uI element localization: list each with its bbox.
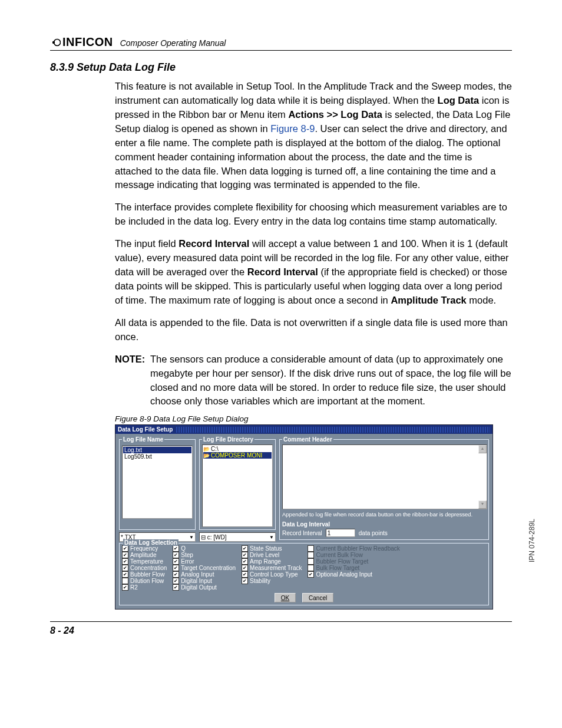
checkbox-icon: ✔ bbox=[173, 584, 179, 591]
group-log-file-directory: Log File Directory C:\ COMPOSER MONI bbox=[199, 436, 276, 530]
checkbox-icon bbox=[122, 578, 128, 584]
checkbox-dilution-flow[interactable]: Dilution Flow bbox=[122, 578, 167, 584]
note-label: NOTE: bbox=[115, 353, 150, 409]
group-data-log-selection: Data Log Selection ✔Frequency✔Amplitude✔… bbox=[119, 543, 489, 605]
checkbox-concentration[interactable]: ✔Concentration bbox=[122, 565, 167, 571]
figure-caption: Figure 8-9 Data Log File Setup Dialog bbox=[115, 414, 512, 423]
side-ipn: IPN 074-289L bbox=[528, 519, 536, 562]
checkbox-label: Error bbox=[181, 558, 194, 565]
checkbox-label: Bubbler Flow bbox=[130, 571, 164, 578]
drive-dropdown[interactable]: ⊟ c: [WD]▼ bbox=[199, 532, 276, 542]
checkbox-q[interactable]: ✔Q bbox=[173, 545, 236, 552]
para-3: The input field Record Interval will acc… bbox=[115, 237, 512, 308]
scroll-up-button[interactable]: ▲ bbox=[478, 445, 487, 453]
dir-item[interactable]: C:\ bbox=[203, 446, 272, 452]
page-header: INFICON Composer Operating Manual bbox=[50, 35, 512, 51]
chevron-down-icon: ▼ bbox=[189, 535, 194, 540]
checkbox-label: Amplitude bbox=[130, 552, 156, 558]
file-item[interactable]: Log509.txt bbox=[123, 453, 191, 460]
checkbox-icon: ✔ bbox=[242, 558, 248, 565]
directory-list[interactable]: C:\ COMPOSER MONI bbox=[202, 444, 273, 527]
checkbox-label: Analog Input bbox=[181, 571, 214, 578]
checkbox-bubbler-flow-target[interactable]: Bubbler Flow Target bbox=[308, 558, 486, 565]
checkbox-stability[interactable]: ✔Stability bbox=[242, 578, 302, 584]
checkbox-error[interactable]: ✔Error bbox=[173, 558, 236, 565]
checkbox-digital-output[interactable]: ✔Digital Output bbox=[173, 584, 236, 591]
checkbox-r2[interactable]: ✔R2 bbox=[122, 584, 167, 591]
checkbox-digital-input[interactable]: ✔Digital Input bbox=[173, 578, 236, 584]
checkbox-control-loop-type[interactable]: ✔Control Loop Type bbox=[242, 571, 302, 578]
checks-col-2: ✔Q✔Step✔Error✔Target Concentration✔Analo… bbox=[173, 545, 236, 591]
checkbox-label: Digital Output bbox=[181, 584, 217, 591]
scroll-down-button[interactable]: ▼ bbox=[478, 500, 487, 509]
checks-col-1: ✔Frequency✔Amplitude✔Temperature✔Concent… bbox=[122, 545, 167, 591]
checkbox-bubbler-flow[interactable]: ✔Bubbler Flow bbox=[122, 571, 167, 578]
checkbox-icon: ✔ bbox=[173, 578, 179, 584]
group-log-file-name: Log File Name Log.txt Log509.txt bbox=[119, 436, 196, 530]
checkbox-icon: ✔ bbox=[308, 571, 314, 578]
dir-item-selected[interactable]: COMPOSER MONI bbox=[203, 452, 272, 459]
checks-col-3: ✔State Status✔Drive Level✔Amp Range✔Meas… bbox=[242, 545, 302, 591]
checkbox-icon bbox=[308, 545, 314, 552]
comment-textarea[interactable]: ▲ ▼ bbox=[282, 444, 487, 509]
checkbox-label: Optional Analog Input bbox=[316, 571, 372, 578]
checkbox-analog-input[interactable]: ✔Analog Input bbox=[173, 571, 236, 578]
record-interval-input[interactable] bbox=[326, 529, 355, 537]
para-4: All data is appended to the file. Data i… bbox=[115, 316, 512, 344]
checkbox-label: Drive Level bbox=[250, 552, 279, 558]
checkbox-target-concentration[interactable]: ✔Target Concentration bbox=[173, 565, 236, 571]
dialog-title: Data Log File Setup bbox=[118, 426, 173, 433]
checkbox-label: Stability bbox=[250, 578, 270, 584]
para-1: This feature is not available in Setup T… bbox=[115, 80, 512, 192]
file-list[interactable]: Log.txt Log509.txt bbox=[122, 446, 193, 519]
checkbox-temperature[interactable]: ✔Temperature bbox=[122, 558, 167, 565]
checkbox-icon: ✔ bbox=[122, 584, 128, 591]
checkbox-current-bulk-flow[interactable]: Current Bulk Flow bbox=[308, 552, 486, 558]
checkbox-icon: ✔ bbox=[122, 565, 128, 571]
checkbox-measurement-track[interactable]: ✔Measurement Track bbox=[242, 565, 302, 571]
checkbox-icon: ✔ bbox=[173, 552, 179, 558]
para-2: The interface provides complete flexibil… bbox=[115, 200, 512, 229]
checkbox-label: Digital Input bbox=[181, 578, 212, 584]
checkbox-optional-analog-input[interactable]: ✔Optional Analog Input bbox=[308, 571, 486, 578]
cancel-button[interactable]: Cancel bbox=[302, 593, 333, 602]
checkbox-label: Bubbler Flow Target bbox=[316, 558, 368, 565]
checkbox-icon: ✔ bbox=[242, 552, 248, 558]
checkbox-icon: ✔ bbox=[242, 578, 248, 584]
checkbox-label: Frequency bbox=[130, 545, 158, 552]
group-comment-header: Comment Header ▲ ▼ Appended to log file … bbox=[279, 436, 489, 540]
page-number: 8 - 24 bbox=[50, 621, 512, 636]
note: NOTE: The sensors can produce a consider… bbox=[115, 353, 512, 409]
checkbox-icon: ✔ bbox=[122, 558, 128, 565]
checkbox-label: R2 bbox=[130, 584, 138, 591]
checkbox-label: Q bbox=[181, 545, 186, 552]
logo-icon bbox=[50, 37, 61, 48]
dialog-data-log-file-setup: Data Log File Setup Log File Name Log.tx… bbox=[115, 424, 493, 610]
checkbox-icon bbox=[308, 565, 314, 571]
checkbox-state-status[interactable]: ✔State Status bbox=[242, 545, 302, 552]
checkbox-drive-level[interactable]: ✔Drive Level bbox=[242, 552, 302, 558]
checkbox-icon: ✔ bbox=[242, 565, 248, 571]
manual-title: Composer Operating Manual bbox=[120, 38, 226, 48]
checkbox-label: Control Loop Type bbox=[250, 571, 298, 578]
data-log-interval-label: Data Log Interval bbox=[282, 521, 486, 528]
section-heading: 8.3.9 Setup Data Log File bbox=[50, 61, 512, 74]
checkbox-icon bbox=[308, 552, 314, 558]
file-item-selected[interactable]: Log.txt bbox=[123, 447, 191, 453]
checkbox-current-bubbler-flow-readback[interactable]: Current Bubbler Flow Readback bbox=[308, 545, 486, 552]
checkbox-amplitude[interactable]: ✔Amplitude bbox=[122, 552, 167, 558]
log-file-name-label: Log File Name bbox=[122, 436, 164, 443]
figure-link[interactable]: Figure 8-9 bbox=[270, 123, 315, 134]
ok-button[interactable]: OK bbox=[275, 593, 296, 602]
checkbox-bulk-flow-target[interactable]: Bulk Flow Target bbox=[308, 565, 486, 571]
checkbox-frequency[interactable]: ✔Frequency bbox=[122, 545, 167, 552]
checkbox-label: Amp Range bbox=[250, 558, 281, 565]
checkbox-icon: ✔ bbox=[122, 552, 128, 558]
checkbox-icon: ✔ bbox=[122, 545, 128, 552]
dialog-titlebar[interactable]: Data Log File Setup bbox=[115, 425, 492, 434]
record-interval-label: Record Interval bbox=[282, 530, 322, 536]
checkbox-label: Bulk Flow Target bbox=[316, 565, 359, 571]
checkbox-amp-range[interactable]: ✔Amp Range bbox=[242, 558, 302, 565]
checkbox-step[interactable]: ✔Step bbox=[173, 552, 236, 558]
checkbox-label: Dilution Flow bbox=[130, 578, 164, 584]
